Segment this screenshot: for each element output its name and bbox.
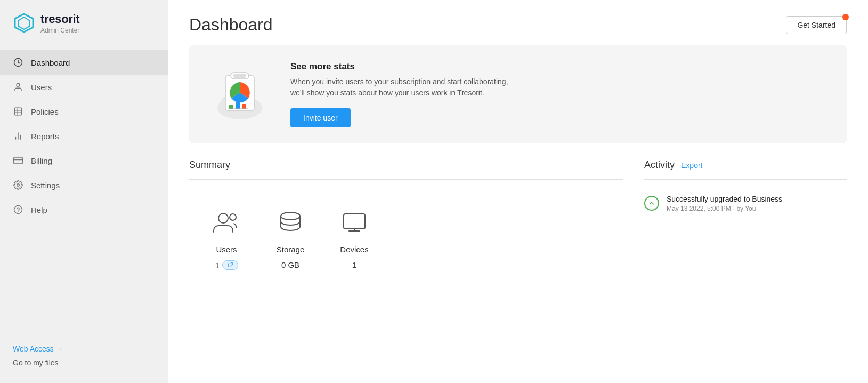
svg-rect-21 — [233, 74, 246, 78]
content-area: Summary Users 1 — [168, 159, 868, 383]
users-count: 1 — [215, 261, 219, 270]
stat-item-devices: Devices 1 — [338, 206, 370, 270]
summary-divider — [189, 179, 623, 180]
storage-stat-value: 0 GB — [281, 260, 299, 269]
stat-item-storage: Storage 0 GB — [274, 206, 306, 270]
logo-area: tresorit Admin Center — [0, 0, 168, 46]
stats-illustration — [210, 65, 269, 124]
sidebar-item-help[interactable]: Help — [0, 197, 168, 222]
svg-point-27 — [218, 213, 228, 223]
sidebar-item-dashboard-label: Dashboard — [31, 58, 70, 67]
activity-status-icon — [644, 196, 659, 211]
main-content: Dashboard Get Started — [168, 0, 868, 383]
logo-subtitle: Admin Center — [40, 27, 79, 34]
users-stat-value: 1 +2 — [215, 260, 238, 270]
sidebar-item-settings[interactable]: Settings — [0, 173, 168, 197]
logo-name: tresorit — [40, 12, 79, 26]
activity-divider — [644, 179, 847, 180]
svg-point-29 — [281, 212, 300, 220]
illustration-svg — [210, 65, 269, 124]
settings-icon — [13, 180, 23, 190]
policies-icon — [13, 106, 23, 117]
users-badge: +2 — [222, 260, 238, 270]
invite-user-button[interactable]: Invite user — [290, 108, 351, 127]
svg-rect-11 — [14, 157, 23, 164]
svg-rect-4 — [14, 108, 22, 115]
activity-item: Successfully upgraded to Business May 13… — [644, 190, 847, 217]
web-access-link[interactable]: Web Access → — [13, 345, 155, 353]
sidebar-navigation: Dashboard Users Policies Reports — [0, 46, 168, 334]
storage-stat-icon — [274, 206, 306, 238]
sidebar-item-users[interactable]: Users — [0, 75, 168, 99]
get-started-button[interactable]: Get Started — [786, 16, 847, 34]
svg-rect-30 — [344, 214, 365, 229]
sidebar-item-billing[interactable]: Billing — [0, 148, 168, 173]
devices-count: 1 — [352, 260, 356, 269]
help-icon — [13, 204, 23, 215]
main-header: Dashboard Get Started — [168, 0, 868, 45]
activity-timestamp: May 13 2022, 5:00 PM - by You — [667, 205, 847, 212]
svg-marker-1 — [18, 17, 30, 29]
sidebar-item-settings-label: Settings — [31, 181, 60, 190]
sidebar: tresorit Admin Center Dashboard Users Po… — [0, 0, 168, 383]
dashboard-icon — [13, 57, 23, 68]
stats-text: See more stats When you invite users to … — [290, 61, 825, 127]
sidebar-footer: Web Access → Go to my files — [0, 334, 168, 383]
page-title: Dashboard — [189, 15, 273, 35]
sidebar-item-help-label: Help — [31, 205, 47, 214]
svg-point-28 — [230, 214, 236, 220]
devices-stat-value: 1 — [352, 260, 356, 269]
activity-title: Activity — [644, 159, 675, 171]
sidebar-item-policies[interactable]: Policies — [0, 99, 168, 124]
activity-header: Activity Export — [644, 159, 847, 171]
stats-banner: See more stats When you invite users to … — [189, 45, 847, 143]
export-link[interactable]: Export — [681, 161, 702, 170]
tresorit-logo-icon — [13, 12, 35, 34]
stats-banner-description: When you invite users to your subscripti… — [290, 76, 825, 99]
reports-icon — [13, 131, 23, 141]
billing-icon — [13, 155, 23, 166]
users-stat-label: Users — [216, 245, 237, 254]
svg-point-3 — [17, 83, 20, 86]
activity-item-content: Successfully upgraded to Business May 13… — [667, 195, 847, 212]
sidebar-item-dashboard[interactable]: Dashboard — [0, 50, 168, 75]
users-stat-icon — [210, 206, 242, 238]
devices-stat-icon — [338, 206, 370, 238]
sidebar-item-reports-label: Reports — [31, 132, 59, 141]
svg-rect-24 — [236, 102, 240, 109]
sidebar-item-policies-label: Policies — [31, 107, 59, 116]
storage-amount: 0 GB — [281, 260, 299, 269]
users-icon — [13, 82, 23, 92]
svg-rect-25 — [242, 104, 246, 109]
sidebar-item-reports[interactable]: Reports — [0, 124, 168, 148]
sidebar-item-billing-label: Billing — [31, 156, 52, 165]
notification-dot — [842, 14, 849, 20]
summary-stats: Users 1 +2 Storage — [189, 196, 623, 281]
sidebar-item-users-label: Users — [31, 83, 52, 92]
summary-title: Summary — [189, 159, 623, 171]
stats-banner-title: See more stats — [290, 61, 825, 72]
get-started-label: Get Started — [797, 21, 835, 29]
devices-stat-label: Devices — [340, 245, 368, 254]
svg-rect-23 — [229, 105, 233, 109]
storage-stat-label: Storage — [277, 245, 305, 254]
stat-item-users: Users 1 +2 — [210, 206, 242, 270]
my-files-link[interactable]: Go to my files — [13, 358, 155, 367]
logo-text: tresorit Admin Center — [40, 12, 79, 34]
svg-point-13 — [17, 184, 20, 187]
activity-section: Activity Export Successfully upgraded to… — [644, 159, 847, 383]
activity-message: Successfully upgraded to Business — [667, 195, 847, 203]
summary-section: Summary Users 1 — [189, 159, 623, 383]
